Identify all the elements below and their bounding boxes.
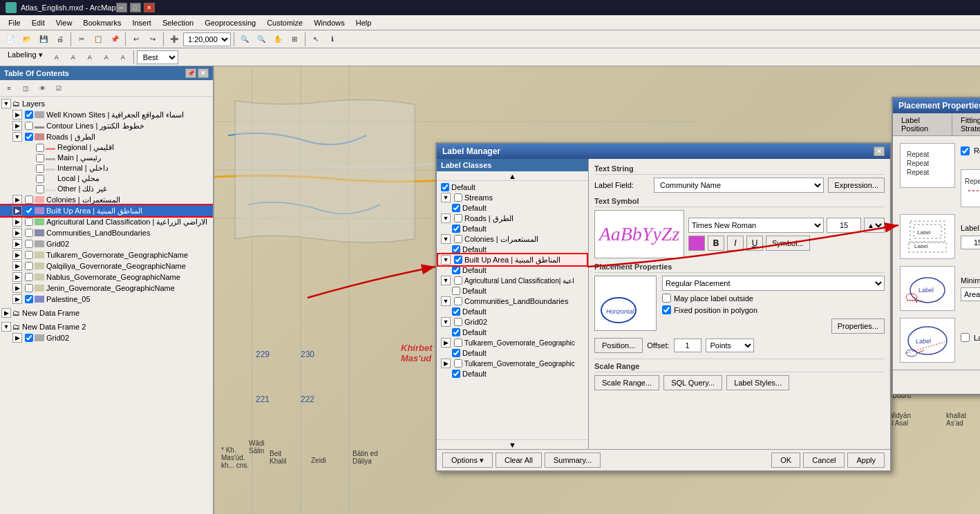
styles-btn[interactable]: Label Styles... bbox=[726, 375, 789, 390]
toc-item-nablus[interactable]: ▶ Nablus_Governorate_GeographicName bbox=[0, 272, 213, 283]
font-color-btn[interactable] bbox=[688, 236, 705, 251]
print-btn[interactable]: 🖨 bbox=[53, 32, 68, 47]
lm-check-agri[interactable] bbox=[454, 276, 462, 285]
new-btn[interactable]: 📄 bbox=[3, 32, 18, 47]
toc-select-btn[interactable]: ☑ bbox=[51, 81, 66, 96]
lm-check-tulk2[interactable] bbox=[454, 359, 462, 368]
internal-checkbox[interactable] bbox=[36, 164, 44, 173]
toc-item-colonies[interactable]: ▶ Colonies | المستعمرات bbox=[0, 194, 213, 205]
lm-item-agri-lm[interactable]: ▼ Agricultural Land Classification| اعية bbox=[438, 275, 587, 286]
lm-check-streams[interactable] bbox=[454, 193, 462, 202]
toc-item-newframe[interactable]: ▶ 🗂 New Data Frame bbox=[0, 307, 213, 318]
lm-item-builtup-default[interactable]: Default bbox=[438, 265, 587, 275]
lm-item-grid-lm[interactable]: ▼ Grid02 bbox=[438, 316, 587, 327]
lm-check-roads-d[interactable] bbox=[452, 225, 460, 233]
toc-item-newframe2[interactable]: ▼ 🗂 New Data Frame 2 bbox=[0, 321, 213, 332]
offset-unit-combo[interactable]: Points bbox=[706, 339, 754, 352]
fixed-pos-checkbox[interactable] bbox=[662, 305, 671, 314]
qalq-checkbox[interactable] bbox=[25, 262, 33, 270]
lm-check-streams-d[interactable] bbox=[452, 204, 460, 212]
lm-cancel-btn[interactable]: Cancel bbox=[803, 453, 845, 468]
font-size-input[interactable] bbox=[827, 218, 861, 233]
lm-item-grid-default[interactable]: Default bbox=[438, 327, 587, 337]
menu-bookmarks[interactable]: Bookmarks bbox=[77, 17, 126, 28]
toc-item-palestine[interactable]: ▶ Palestine_05 bbox=[0, 294, 213, 305]
pan-btn[interactable]: ✋ bbox=[270, 32, 285, 47]
toc-item-other[interactable]: Other | غير ذلك bbox=[0, 184, 213, 194]
clear-all-btn[interactable]: Clear All bbox=[496, 453, 542, 468]
label-field-combo[interactable]: Community Name bbox=[654, 178, 824, 193]
toc-close-btn[interactable]: ✕ bbox=[198, 68, 209, 78]
lm-close-btn[interactable]: ✕ bbox=[874, 146, 885, 156]
colonies-checkbox[interactable] bbox=[25, 196, 33, 204]
nablus-expand[interactable]: ▶ bbox=[12, 272, 22, 282]
remove-dup-checkbox[interactable] bbox=[961, 146, 970, 155]
toc-item-jenin[interactable]: ▶ Jenin_Governorate_GeographicName bbox=[0, 283, 213, 294]
minimize-btn[interactable]: ─ bbox=[116, 3, 127, 12]
lm-item-agri-default[interactable]: Default bbox=[438, 286, 587, 296]
toc-item-main[interactable]: Main | رئيسي bbox=[0, 153, 213, 163]
menu-customize[interactable]: Customize bbox=[261, 17, 308, 28]
lm-check-tulk[interactable] bbox=[454, 339, 462, 347]
lm-check-colonies-d[interactable] bbox=[452, 245, 460, 254]
toc-source-btn[interactable]: ◫ bbox=[18, 81, 33, 96]
lm-item-tulk2-lm[interactable]: ▶ Tulkarem_Governorate_Geographic bbox=[438, 358, 587, 369]
nablus-checkbox[interactable] bbox=[25, 273, 33, 281]
local-checkbox[interactable] bbox=[36, 175, 44, 183]
toc-item-wellknown[interactable]: ▶ Well Known Sites | اسماء المواقع الجغر… bbox=[0, 109, 213, 120]
grid-expand[interactable]: ▶ bbox=[12, 239, 22, 249]
contour-checkbox[interactable] bbox=[25, 122, 33, 130]
lm-item-tulk-default[interactable]: Default bbox=[438, 348, 587, 358]
jenin-expand[interactable]: ▶ bbox=[12, 283, 22, 293]
agri-lm-expand[interactable]: ▼ bbox=[441, 276, 451, 285]
main-checkbox[interactable] bbox=[36, 154, 44, 162]
toc-visibility-btn[interactable]: 👁 bbox=[35, 81, 50, 96]
colonies-expand[interactable]: ▶ bbox=[12, 195, 22, 204]
lm-scroll-up[interactable]: ▲ bbox=[437, 171, 588, 181]
open-btn[interactable]: 📂 bbox=[19, 32, 35, 47]
grid02b-checkbox[interactable] bbox=[25, 334, 33, 342]
label-tb-btn3[interactable]: A bbox=[82, 50, 97, 65]
colonies-lm-expand[interactable]: ▼ bbox=[441, 234, 451, 244]
placement-type-combo[interactable]: Regular Placement bbox=[662, 276, 885, 291]
newframe-expand[interactable]: ▶ bbox=[1, 308, 11, 318]
menu-windows[interactable]: Windows bbox=[308, 17, 350, 28]
menu-file[interactable]: File bbox=[3, 17, 26, 28]
layers-expand[interactable]: ▼ bbox=[1, 99, 11, 108]
close-btn[interactable]: ✕ bbox=[144, 3, 155, 12]
properties-btn[interactable]: Properties... bbox=[831, 318, 885, 334]
comm-expand[interactable]: ▶ bbox=[12, 228, 22, 238]
toc-layers-group[interactable]: ▼ 🗂 Layers bbox=[0, 98, 213, 109]
label-tb-btn2[interactable]: A bbox=[66, 50, 81, 65]
lm-item-colonies-lm[interactable]: ▼ Colonies | المستعمرات bbox=[438, 234, 587, 245]
grid-checkbox[interactable] bbox=[25, 240, 33, 248]
newframe2-expand[interactable]: ▼ bbox=[1, 322, 11, 332]
lm-check-builtup[interactable] bbox=[454, 256, 462, 264]
zoom-in-btn[interactable]: 🔍 bbox=[237, 32, 252, 47]
toc-item-communities[interactable]: ▶ Communities_LandBoundaries bbox=[0, 227, 213, 238]
builtup-checkbox[interactable] bbox=[25, 207, 33, 215]
zoom-out-btn[interactable]: 🔍 bbox=[254, 32, 269, 47]
lm-scroll-down[interactable]: ▼ bbox=[437, 439, 588, 449]
lm-check-comm[interactable] bbox=[454, 297, 462, 305]
largest-checkbox[interactable] bbox=[961, 333, 970, 342]
lm-item-builtup-lm[interactable]: ▼ Built Up Area | المناطق المبنية bbox=[438, 254, 587, 265]
lm-check-grid[interactable] bbox=[454, 318, 462, 326]
menu-insert[interactable]: Insert bbox=[126, 17, 157, 28]
streams-expand[interactable]: ▼ bbox=[441, 193, 451, 202]
agri-checkbox[interactable] bbox=[25, 218, 33, 226]
lm-item-default0[interactable]: Default bbox=[438, 182, 587, 192]
qalq-expand[interactable]: ▶ bbox=[12, 261, 22, 271]
menu-view[interactable]: View bbox=[50, 17, 78, 28]
toc-pin-btn[interactable]: 📌 bbox=[185, 68, 196, 78]
menu-geoprocessing[interactable]: Geoprocessing bbox=[199, 17, 261, 28]
buffer-value-input[interactable] bbox=[961, 236, 980, 249]
position-btn[interactable]: Position... bbox=[594, 338, 643, 353]
undo-btn[interactable]: ↩ bbox=[129, 32, 144, 47]
lm-ok-btn[interactable]: OK bbox=[771, 453, 800, 468]
toc-item-builtup[interactable]: ▶ Built Up Area | المناطق المبنية bbox=[0, 205, 213, 216]
lm-check-grid-d[interactable] bbox=[452, 328, 460, 336]
symbol-btn[interactable]: Symbol... bbox=[766, 236, 810, 251]
roads-expand[interactable]: ▼ bbox=[12, 132, 22, 142]
menu-help[interactable]: Help bbox=[350, 17, 377, 28]
